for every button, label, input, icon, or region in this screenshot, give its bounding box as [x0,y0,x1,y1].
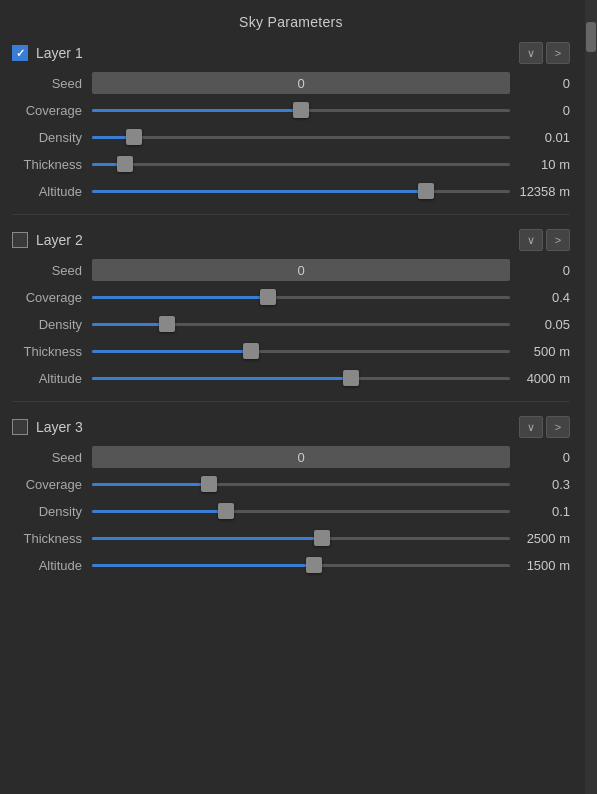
divider-1 [12,214,570,215]
layer-3-seed-input[interactable] [92,446,510,468]
layer-3-altitude-thumb[interactable] [306,557,322,573]
layer-3-density-value: 0.1 [510,504,570,519]
layer-2-altitude-value: 4000 m [510,371,570,386]
layer-3-altitude-fill [92,564,314,567]
layer-3-collapse-button[interactable]: ∨ [519,416,543,438]
layer-2-density-label: Density [12,317,92,332]
scrollbar-thumb[interactable] [586,22,596,52]
layer-3-altitude-value: 1500 m [510,558,570,573]
layer-3-seed-label: Seed [12,450,92,465]
layer-2-altitude-label: Altitude [12,371,92,386]
layer-3-seed-value: 0 [510,450,570,465]
layer-3-coverage-row: Coverage 0.3 [12,473,570,495]
layer-2-thickness-label: Thickness [12,344,92,359]
layer-2-density-thumb[interactable] [159,316,175,332]
layer-1-density-thumb[interactable] [126,129,142,145]
layer-3-thickness-slider[interactable] [92,527,510,549]
layer-1-altitude-value: 12358 m [510,184,570,199]
layer-1-arrow-button[interactable]: > [546,42,570,64]
layer-3-thickness-value: 2500 m [510,531,570,546]
layer-3-density-label: Density [12,504,92,519]
layer-2-thickness-thumb[interactable] [243,343,259,359]
layer-3-coverage-label: Coverage [12,477,92,492]
layer-1-density-slider[interactable] [92,126,510,148]
layer-2-thickness-fill [92,350,251,353]
layer-2-altitude-slider[interactable] [92,367,510,389]
layer-3-coverage-thumb[interactable] [201,476,217,492]
layer-2-altitude-row: Altitude 4000 m [12,367,570,389]
layer-1-coverage-slider[interactable] [92,99,510,121]
layer-2-density-row: Density 0.05 [12,313,570,335]
layer-2-thickness-slider[interactable] [92,340,510,362]
layer-2-seed-value: 0 [510,263,570,278]
layer-1-header: Layer 1 ∨ > [12,40,570,66]
layer-3-header: Layer 3 ∨ > [12,414,570,440]
layer-1-coverage-value: 0 [510,103,570,118]
layer-3-seed-row: Seed 0 [12,446,570,468]
layer-2-seed-input[interactable] [92,259,510,281]
layer-2-section: Layer 2 ∨ > Seed 0 Coverage [0,227,582,389]
layer-3-thickness-thumb[interactable] [314,530,330,546]
layer-3-name: Layer 3 [36,419,83,435]
layer-1-altitude-thumb[interactable] [418,183,434,199]
layer-2-coverage-row: Coverage 0.4 [12,286,570,308]
layer-1-altitude-fill [92,190,426,193]
layer-2-header: Layer 2 ∨ > [12,227,570,253]
layer-2-density-slider[interactable] [92,313,510,335]
layer-3-coverage-value: 0.3 [510,477,570,492]
layer-3-altitude-row: Altitude 1500 m [12,554,570,576]
layer-3-density-row: Density 0.1 [12,500,570,522]
divider-2 [12,401,570,402]
layer-3-section: Layer 3 ∨ > Seed 0 Coverage [0,414,582,576]
layer-1-altitude-slider[interactable] [92,180,510,202]
layer-2-coverage-value: 0.4 [510,290,570,305]
layer-2-name: Layer 2 [36,232,83,248]
layer-1-checkbox[interactable] [12,45,28,61]
layer-3-thickness-label: Thickness [12,531,92,546]
layer-1-coverage-fill [92,109,301,112]
layer-3-density-thumb[interactable] [218,503,234,519]
layer-2-density-fill [92,323,167,326]
layer-2-checkbox[interactable] [12,232,28,248]
layer-2-altitude-thumb[interactable] [343,370,359,386]
layer-1-density-row: Density 0.01 [12,126,570,148]
layer-3-checkbox[interactable] [12,419,28,435]
layer-2-thickness-value: 500 m [510,344,570,359]
layer-2-coverage-label: Coverage [12,290,92,305]
layer-1-thickness-slider[interactable] [92,153,510,175]
layer-2-altitude-fill [92,377,351,380]
layer-1-altitude-row: Altitude 12358 m [12,180,570,202]
scrollbar[interactable] [585,0,597,794]
layer-1-coverage-row: Coverage 0 [12,99,570,121]
layer-1-thickness-thumb[interactable] [117,156,133,172]
layer-1-altitude-label: Altitude [12,184,92,199]
layer-3-thickness-fill [92,537,322,540]
layer-2-coverage-fill [92,296,268,299]
layer-3-arrow-button[interactable]: > [546,416,570,438]
layer-1-seed-label: Seed [12,76,92,91]
layer-3-thickness-row: Thickness 2500 m [12,527,570,549]
layer-1-collapse-button[interactable]: ∨ [519,42,543,64]
layer-1-thickness-label: Thickness [12,157,92,172]
layer-3-coverage-slider[interactable] [92,473,510,495]
layer-1-thickness-row: Thickness 10 m [12,153,570,175]
layer-1-section: Layer 1 ∨ > Seed 0 Coverage [0,40,582,202]
layer-2-coverage-slider[interactable] [92,286,510,308]
layer-1-density-label: Density [12,130,92,145]
layer-1-seed-value: 0 [510,76,570,91]
layer-2-density-value: 0.05 [510,317,570,332]
layer-3-density-slider[interactable] [92,500,510,522]
layer-1-seed-input[interactable] [92,72,510,94]
layer-2-thickness-row: Thickness 500 m [12,340,570,362]
layer-1-coverage-thumb[interactable] [293,102,309,118]
layer-2-collapse-button[interactable]: ∨ [519,229,543,251]
layer-2-seed-row: Seed 0 [12,259,570,281]
layer-1-seed-row: Seed 0 [12,72,570,94]
page-title: Sky Parameters [0,8,582,40]
layer-2-arrow-button[interactable]: > [546,229,570,251]
layer-3-altitude-slider[interactable] [92,554,510,576]
layer-2-coverage-thumb[interactable] [260,289,276,305]
layer-2-seed-label: Seed [12,263,92,278]
layer-3-altitude-label: Altitude [12,558,92,573]
layer-3-coverage-fill [92,483,209,486]
